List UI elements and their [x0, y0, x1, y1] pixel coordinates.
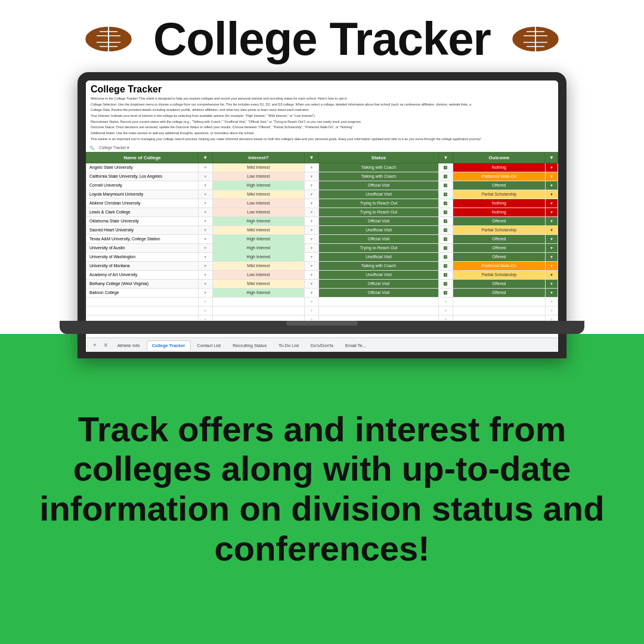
cell-outcome-14: Offered [453, 288, 545, 297]
empty-arrow[interactable]: ▼ [546, 306, 558, 315]
cell-name-9: University of Austin [86, 243, 199, 252]
cell-outcome-arrow-12[interactable]: ▼ [546, 270, 558, 279]
cell-interest-9: High Interest [212, 243, 305, 252]
cell-status-arrow-9[interactable]: ▼ [439, 243, 453, 252]
cell-interest-arrow-12[interactable]: ▼ [305, 270, 319, 279]
cell-status-arrow-6[interactable]: ▼ [439, 216, 453, 225]
cell-interest-arrow-8[interactable]: ▼ [305, 234, 319, 243]
tab-menu-button[interactable]: ≡ [101, 340, 111, 350]
cell-outcome-3: Partial Scholarship [453, 190, 545, 199]
cell-status-arrow-12[interactable]: ▼ [439, 270, 453, 279]
cell-name-arrow-8[interactable]: ▼ [198, 234, 212, 243]
cell-status-10: Unofficial Visit [318, 252, 438, 261]
cell-outcome-arrow-5[interactable]: ▼ [546, 208, 558, 216]
cell-status-arrow-3[interactable]: ▼ [439, 190, 453, 199]
cell-name-arrow-7[interactable]: ▼ [198, 225, 212, 234]
cell-interest-arrow-10[interactable]: ▼ [305, 252, 319, 261]
football-left-icon [82, 23, 135, 55]
cell-name-arrow-5[interactable]: ▼ [198, 208, 212, 216]
cell-status-arrow-1[interactable]: ▼ [439, 172, 453, 181]
empty-arrow[interactable]: ▼ [198, 297, 212, 306]
cell-status-arrow-2[interactable]: ▼ [439, 181, 453, 190]
cell-outcome-arrow-0[interactable]: ▼ [546, 163, 558, 172]
table-row: University of Austin ▼ High Interest ▼ T… [86, 243, 558, 252]
tab-contact-list[interactable]: Contact List [192, 340, 227, 350]
cell-name-arrow-6[interactable]: ▼ [198, 216, 212, 225]
cell-status-arrow-8[interactable]: ▼ [439, 234, 453, 243]
tab-recruiting-status[interactable]: Recruiting Status [227, 340, 272, 350]
empty-cell [212, 306, 305, 315]
cell-status-arrow-0[interactable]: ▼ [439, 163, 453, 172]
cell-status-arrow-14[interactable]: ▼ [439, 288, 453, 297]
cell-status-arrow-5[interactable]: ▼ [439, 208, 453, 216]
cell-interest-10: High Interest [212, 252, 305, 261]
cell-outcome-9: Offered [453, 243, 545, 252]
empty-arrow[interactable]: ▼ [439, 306, 453, 315]
cell-name-arrow-14[interactable]: ▼ [198, 288, 212, 297]
cell-status-arrow-10[interactable]: ▼ [439, 252, 453, 261]
header-area: College Tracker [82, 12, 562, 66]
tab-email-te[interactable]: Email Te... [340, 340, 371, 350]
table-row: Academy of Art University ▼ Low Interest… [86, 270, 558, 279]
cell-outcome-1: Preferred Walk-On [453, 172, 545, 181]
empty-arrow[interactable]: ▼ [546, 297, 558, 306]
cell-outcome-11: Preferred Walk-On [453, 261, 545, 270]
cell-name-arrow-3[interactable]: ▼ [198, 190, 212, 199]
cell-outcome-arrow-1[interactable]: ▼ [546, 172, 558, 181]
cell-name-arrow-12[interactable]: ▼ [198, 270, 212, 279]
cell-name-arrow-13[interactable]: ▼ [198, 279, 212, 288]
cell-name-arrow-10[interactable]: ▼ [198, 252, 212, 261]
cell-name-arrow-9[interactable]: ▼ [198, 243, 212, 252]
cell-name-arrow-0[interactable]: ▼ [198, 163, 212, 172]
empty-arrow[interactable]: ▼ [305, 297, 319, 306]
cell-outcome-8: Offered [453, 234, 545, 243]
cell-name-arrow-1[interactable]: ▼ [198, 172, 212, 181]
laptop-notch [286, 321, 358, 326]
cell-interest-arrow-1[interactable]: ▼ [305, 172, 319, 181]
cell-outcome-arrow-3[interactable]: ▼ [546, 190, 558, 199]
cell-outcome-arrow-6[interactable]: ▼ [546, 216, 558, 225]
tab-add-button[interactable]: + [89, 340, 100, 350]
cell-status-arrow-7[interactable]: ▼ [439, 225, 453, 234]
sheet-desc-6: Additional Notes: Use the notes section … [91, 131, 553, 136]
cell-outcome-arrow-11[interactable]: ▼ [546, 261, 558, 270]
cell-status-arrow-13[interactable]: ▼ [439, 279, 453, 288]
cell-interest-arrow-5[interactable]: ▼ [305, 208, 319, 216]
cell-interest-arrow-6[interactable]: ▼ [305, 216, 319, 225]
cell-outcome-arrow-7[interactable]: ▼ [546, 225, 558, 234]
cell-name-arrow-11[interactable]: ▼ [198, 261, 212, 270]
toolbar-search-icon: 🔍 [89, 145, 94, 150]
cell-name-arrow-4[interactable]: ▼ [198, 199, 212, 208]
tab-todo-list[interactable]: To-Do List [273, 340, 304, 350]
cell-name-10: University of Washington [86, 252, 199, 261]
cell-name-arrow-2[interactable]: ▼ [198, 181, 212, 190]
empty-arrow[interactable]: ▼ [439, 297, 453, 306]
cell-outcome-arrow-9[interactable]: ▼ [546, 243, 558, 252]
cell-status-arrow-4[interactable]: ▼ [439, 199, 453, 208]
tab-dos-donts[interactable]: Do's/Don'ts [305, 340, 339, 350]
cell-outcome-arrow-4[interactable]: ▼ [546, 199, 558, 208]
cell-interest-arrow-2[interactable]: ▼ [305, 181, 319, 190]
cell-interest-arrow-4[interactable]: ▼ [305, 199, 319, 208]
cell-interest-arrow-9[interactable]: ▼ [305, 243, 319, 252]
empty-arrow[interactable]: ▼ [198, 306, 212, 315]
cell-interest-arrow-7[interactable]: ▼ [305, 225, 319, 234]
college-table: Name of College ▼ Interest? ▼ Status ▼ O… [86, 152, 558, 333]
cell-outcome-arrow-10[interactable]: ▼ [546, 252, 558, 261]
tab-athlete-info[interactable]: Athlete Info [112, 340, 145, 350]
cell-interest-arrow-0[interactable]: ▼ [305, 163, 319, 172]
cell-status-arrow-11[interactable]: ▼ [439, 261, 453, 270]
empty-arrow[interactable]: ▼ [305, 306, 319, 315]
cell-status-4: Trying to Reach Out [318, 199, 438, 208]
cell-interest-arrow-13[interactable]: ▼ [305, 279, 319, 288]
cell-interest-arrow-14[interactable]: ▼ [305, 288, 319, 297]
cell-interest-arrow-11[interactable]: ▼ [305, 261, 319, 270]
cell-outcome-arrow-8[interactable]: ▼ [546, 234, 558, 243]
cell-outcome-arrow-14[interactable]: ▼ [546, 288, 558, 297]
cell-interest-arrow-3[interactable]: ▼ [305, 190, 319, 199]
sheet-desc-1: College Selection: Use the dropdown menu… [91, 103, 553, 107]
cell-outcome-arrow-13[interactable]: ▼ [546, 279, 558, 288]
cell-name-0: Angelo State University [86, 163, 199, 172]
cell-outcome-arrow-2[interactable]: ▼ [546, 181, 558, 190]
tab-college-tracker[interactable]: College Tracker [147, 340, 191, 350]
